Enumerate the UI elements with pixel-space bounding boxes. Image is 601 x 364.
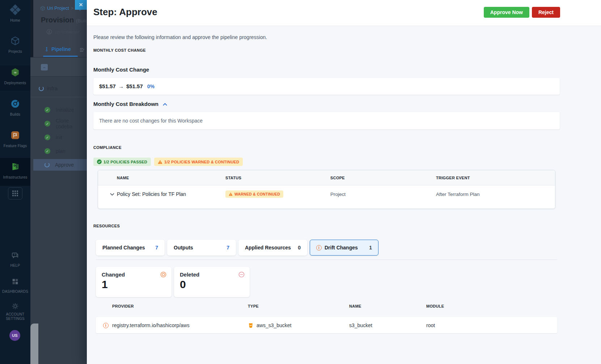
left-nav-sidebar: Home Projects ∞ Deployments Builds Featu… — [0, 0, 30, 364]
tab-count: 7 — [227, 245, 229, 250]
step-label: plan — [56, 148, 65, 154]
col-provider: PROVIDER — [112, 304, 248, 308]
collapsed-stage-chip[interactable]: .. — [41, 64, 48, 70]
section-label-compliance: COMPLIANCE — [93, 145, 122, 150]
svg-text:∞: ∞ — [13, 70, 17, 75]
chevron-down-icon[interactable] — [110, 193, 114, 196]
close-icon[interactable]: ✕ — [75, 0, 87, 10]
canvas-toolbar — [30, 57, 87, 76]
changed-summary-card: Changed 1 — [96, 267, 172, 297]
cost-breakdown-card: There are no cost changes for this Works… — [93, 112, 560, 129]
sidebar-item-infrastructures[interactable]: Infrastructures — [0, 162, 30, 180]
changed-value: 1 — [102, 278, 166, 291]
success-check-icon: ✓ — [45, 121, 50, 127]
resource-module: root — [426, 322, 557, 328]
sidebar-item-label: Deployments — [4, 81, 26, 85]
step-init[interactable]: ✓ init — [33, 132, 87, 143]
cost-percent: 0% — [147, 83, 155, 89]
policies-passed-badge: 1/2 POLICIES PASSED — [93, 158, 151, 166]
changed-label: Changed — [102, 271, 166, 278]
sidebar-item-builds[interactable]: Builds — [0, 99, 30, 117]
tab-pipeline[interactable]: Pipeline — [44, 46, 71, 52]
approve-step-modal: Step: Approve Approve Now Reject Please … — [87, 0, 601, 364]
col-scope: SCOPE — [330, 176, 436, 180]
sidebar-item-label: DASHBOARDS — [2, 290, 28, 294]
sidebar-item-dashboards[interactable]: DASHBOARDS — [0, 278, 30, 294]
cost-breakdown-toggle[interactable]: Monthly Cost Breakdown — [93, 101, 167, 107]
stage-row-infra[interactable]: infra — [39, 85, 58, 91]
step-label: Approve — [55, 162, 74, 168]
sidebar-item-projects[interactable]: Projects — [0, 36, 30, 54]
section-label-monthly-cost: MONTHLY COST CHANGE — [93, 48, 146, 52]
chevron-up-icon[interactable] — [163, 103, 167, 106]
drift-resource-row[interactable]: i registry.terraform.io/hashicorp/aws aw… — [96, 317, 557, 333]
resource-type: aws_s3_bucket — [257, 322, 292, 328]
aws-s3-bucket-icon — [248, 322, 254, 328]
policy-set-row[interactable]: Policy Set: Policies for TF Plan WARNED … — [98, 185, 555, 203]
passed-badge-label: 1/2 POLICIES PASSED — [103, 160, 147, 164]
policy-trigger-event: After Terraform Plan — [436, 192, 555, 197]
sidebar-item-account-settings[interactable]: ACCOUNT SETTINGS — [0, 302, 30, 321]
tab-outputs[interactable]: Outputs 7 — [167, 240, 236, 256]
home-icon — [10, 5, 20, 14]
step-plan[interactable]: ✓ plan — [33, 145, 87, 157]
module-picker-button[interactable] — [8, 187, 22, 200]
tab-applied-resources[interactable]: Applied Resources 0 — [238, 240, 307, 256]
success-check-icon: ✓ — [45, 134, 50, 140]
project-cube-icon — [40, 6, 45, 11]
check-circle-icon — [97, 159, 102, 164]
help-chat-icon: ? — [11, 252, 19, 260]
infrastructures-icon — [10, 162, 20, 171]
success-check-icon: ✓ — [45, 148, 50, 154]
console-panel-corner — [30, 324, 38, 364]
cost-to: $51.57 — [126, 83, 143, 89]
sidebar-item-label: Home — [10, 18, 20, 22]
resource-provider: registry.terraform.io/hashicorp/aws — [112, 322, 248, 328]
step-label: Initialize — [56, 107, 74, 113]
step-approve[interactable]: Approve — [33, 159, 87, 171]
tab-executions-icon[interactable] — [79, 47, 85, 54]
breadcrumb-separator: > — [71, 5, 74, 11]
step-clone-codebase[interactable]: ✓ Clone codeba — [33, 118, 87, 129]
resource-name: s3_bucket — [349, 322, 426, 328]
sidebar-item-label: ACCOUNT SETTINGS — [4, 312, 27, 321]
resource-table-header: PROVIDER TYPE NAME MODULE — [96, 304, 557, 308]
divider — [96, 260, 557, 260]
tab-drift-changes[interactable]: i Drift Changes 1 — [310, 240, 378, 256]
pipeline-icon — [44, 46, 49, 52]
tab-planned-changes[interactable]: Planned Changes 7 — [96, 240, 165, 256]
author-name: uri scheiner — [55, 29, 79, 35]
policy-badges: 1/2 POLICIES PASSED 1/2 POLICIES WARNED … — [93, 158, 243, 166]
status-badge-label: WARNED & CONTINUED — [234, 192, 280, 196]
status-badge: WARNED & CONTINUED — [225, 190, 283, 198]
step-initialize[interactable]: ✓ Initialize — [33, 104, 87, 116]
breadcrumb-project[interactable]: Uri Project — [47, 5, 69, 11]
tab-count: 1 — [369, 245, 372, 250]
modal-header: Step: Approve Approve Now Reject — [87, 0, 601, 26]
sidebar-item-feature-flags[interactable]: Feature Flags — [0, 130, 30, 149]
deployments-icon: ∞ — [10, 68, 20, 77]
pipeline-name-suffix: (Build — [76, 18, 87, 23]
sidebar-item-label: Feature Flags — [4, 144, 27, 148]
sidebar-item-label: HELP — [10, 264, 20, 267]
user-avatar[interactable]: US — [9, 330, 20, 341]
warned-badge-label: 1/2 POLICIES WARNED & CONTINUED — [164, 160, 239, 164]
approve-now-button[interactable]: Approve Now — [484, 7, 529, 18]
tab-label: Planned Changes — [102, 245, 145, 250]
page-title: Provision(Build — [41, 16, 87, 24]
tab-label: Drift Changes — [325, 245, 358, 250]
sidebar-item-help[interactable]: ? HELP — [0, 252, 30, 268]
pipeline-name: Provision — [41, 16, 74, 24]
sidebar-item-home[interactable]: Home — [0, 5, 30, 23]
sidebar-item-label: Infrastructures — [3, 175, 27, 179]
cost-breakdown-label: Monthly Cost Breakdown — [93, 101, 158, 107]
policies-warned-badge: 1/2 POLICIES WARNED & CONTINUED — [154, 158, 243, 166]
section-label-resources: RESOURCES — [93, 224, 120, 228]
reject-button[interactable]: Reject — [532, 7, 560, 18]
builds-icon — [10, 99, 20, 108]
deleted-summary-card: Deleted 0 — [174, 267, 250, 297]
arrow-right-icon: → — [118, 83, 124, 89]
sidebar-item-deployments[interactable]: ∞ Deployments — [0, 68, 30, 86]
running-spinner-icon — [45, 162, 50, 167]
step-label: init — [56, 134, 62, 140]
